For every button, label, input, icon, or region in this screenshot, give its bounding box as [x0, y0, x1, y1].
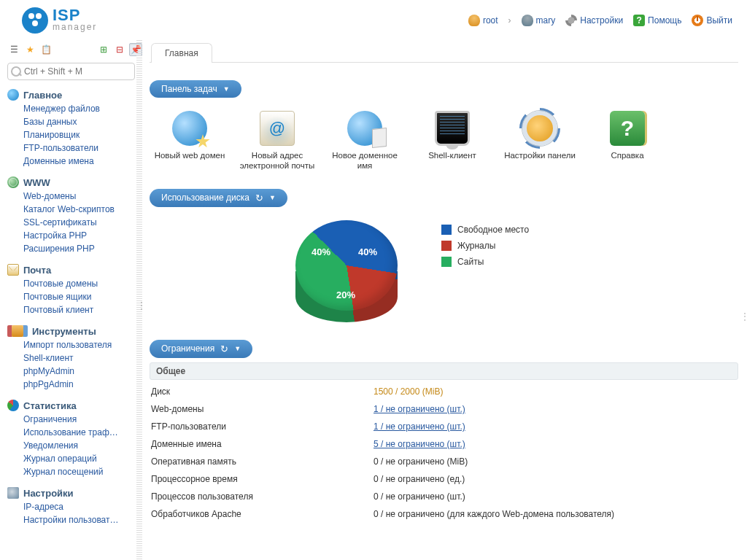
menu-item[interactable]: Журнал операций: [23, 452, 136, 465]
menu-item[interactable]: phpMyAdmin: [23, 365, 136, 378]
menu-head[interactable]: Главное: [7, 88, 142, 102]
mic-set-icon: [7, 487, 19, 499]
limits-key: Доменные имена: [151, 439, 374, 449]
menu-head-label: WWW: [23, 177, 50, 188]
refresh-icon[interactable]: ↻: [220, 343, 228, 354]
section-tasks: Панель задач ▼ Новый web доменНовый адре…: [150, 80, 738, 171]
breadcrumb-user[interactable]: mary: [522, 15, 556, 26]
menu-head[interactable]: Статистика: [7, 398, 142, 413]
menu-item[interactable]: Использование траф…: [23, 426, 136, 439]
topnav-help[interactable]: Помощь: [633, 15, 681, 26]
menu-item[interactable]: Web-домены: [23, 190, 136, 203]
menu-head-label: Инструменты: [32, 326, 96, 337]
search-input[interactable]: [7, 63, 135, 80]
tab-main[interactable]: Главная: [151, 43, 212, 63]
refresh-icon[interactable]: ↻: [255, 192, 263, 203]
sb-list-icon[interactable]: ☰: [7, 43, 20, 56]
quick-label: Настройки панели: [500, 150, 580, 160]
pie-chart: 40% 20% 40%: [295, 220, 398, 322]
menu-head-label: Почта: [23, 265, 51, 276]
topnav-help-label: Помощь: [648, 15, 681, 26]
quick-label: Новый web домен: [150, 150, 230, 160]
limits-row: Обработчиков Apache0 / не ограничено (дл…: [150, 505, 738, 523]
menu-head[interactable]: Почта: [7, 262, 142, 277]
menu-head-label: Статистика: [23, 400, 77, 411]
sb-expand-icon[interactable]: ⊞: [97, 43, 110, 56]
menu-item[interactable]: Настройка PHP: [23, 229, 136, 242]
main-content: Главная Панель задач ▼ Новый web доменНо…: [142, 40, 747, 560]
limits-value[interactable]: 5 / не ограничено (шт.): [374, 439, 465, 449]
quick-card[interactable]: Настройки панели: [500, 111, 580, 171]
limits-value[interactable]: 1 / не ограничено (шт.): [374, 421, 465, 432]
menu-item[interactable]: FTP-пользователи: [23, 141, 136, 155]
logo[interactable]: ISP manager: [22, 7, 97, 34]
menu-item[interactable]: Ограничения: [23, 413, 136, 426]
logo-icon: [22, 7, 48, 34]
menu-item[interactable]: Каталог Web-скриптов: [23, 203, 136, 216]
menu-item[interactable]: Базы данных: [23, 115, 136, 128]
topnav-exit[interactable]: Выйти: [692, 15, 732, 26]
topnav-settings[interactable]: Настройки: [565, 15, 623, 26]
sb-collapse-icon[interactable]: ⊟: [113, 43, 126, 56]
pie-label-sites: 40%: [311, 246, 330, 257]
quick-card[interactable]: Shell-клиент: [412, 111, 492, 171]
limits-value: 1500 / 2000 (MiB): [374, 386, 443, 397]
quick-card[interactable]: Новый адрес электронной почты: [237, 111, 317, 171]
qi-help-icon: [610, 111, 645, 146]
logo-title: ISP: [53, 8, 97, 23]
sidebar-search: [7, 63, 135, 80]
menu-head[interactable]: Инструменты: [7, 324, 142, 338]
sidebar-resize-handle[interactable]: [136, 40, 142, 560]
topnav-settings-label: Настройки: [580, 15, 623, 26]
menu-item[interactable]: Настройки пользоват…: [23, 513, 136, 526]
limits-row: Web-домены1 / не ограничено (шт.): [150, 400, 738, 418]
menu-item[interactable]: Доменные имена: [23, 155, 136, 168]
menu-item[interactable]: Shell-клиент: [23, 351, 136, 365]
sb-clipboard-icon[interactable]: 📋: [39, 43, 53, 56]
limits-subhead: Общее: [150, 362, 738, 380]
legend-item: Свободное место: [441, 225, 529, 235]
quick-card[interactable]: Новое доменное имя: [325, 111, 405, 171]
main-resize-handle[interactable]: [740, 62, 745, 560]
menu-item[interactable]: Расширения PHP: [23, 242, 136, 255]
mic-tools-icon: [12, 325, 23, 337]
menu-item[interactable]: Планировщик: [23, 128, 136, 141]
pie-label-logs: 20%: [336, 289, 355, 300]
section-tasks-header[interactable]: Панель задач ▼: [150, 80, 241, 98]
menu-item[interactable]: Журнал посещений: [23, 465, 136, 478]
menu-item[interactable]: Менеджер файлов: [23, 102, 136, 115]
limits-value[interactable]: 1 / не ограничено (шт.): [374, 404, 465, 414]
menu-item[interactable]: Уведомления: [23, 439, 136, 452]
root-icon: [468, 15, 480, 26]
menu-item[interactable]: IP-адреса: [23, 500, 136, 513]
section-limits-header[interactable]: Ограничения ↻ ▼: [150, 340, 252, 358]
mic-www-icon: [7, 176, 19, 188]
menu-item[interactable]: Почтовые домены: [23, 277, 136, 290]
limits-key: Оперативная память: [151, 456, 374, 467]
legend-label: Сайты: [457, 257, 484, 267]
menu-item[interactable]: phpPgAdmin: [23, 378, 136, 391]
quick-label: Новое доменное имя: [325, 150, 405, 171]
menu-item[interactable]: Почтовые ящики: [23, 290, 136, 303]
header: ISP manager root › mary Настройки Помощь…: [0, 0, 747, 40]
menu-head[interactable]: Настройки: [7, 486, 142, 500]
gear-icon: [565, 15, 577, 26]
quick-card[interactable]: Справка: [587, 111, 667, 171]
limits-key: Процессов пользователя: [151, 491, 374, 502]
pie-label-free: 40%: [358, 246, 377, 257]
legend-swatch: [441, 257, 452, 267]
exit-icon: [692, 15, 703, 26]
menu-item[interactable]: Импорт пользователя: [23, 338, 136, 351]
sidebar-toolbar: ☰ ★ 📋 ⊞ ⊟ 📌: [7, 40, 142, 59]
menu-item[interactable]: Почтовый клиент: [23, 303, 136, 316]
breadcrumb-root-label: root: [483, 15, 498, 26]
section-disk-header[interactable]: Использование диска ↻ ▼: [150, 189, 287, 207]
menu-head[interactable]: WWW: [7, 175, 142, 190]
menu-item[interactable]: SSL-сертификаты: [23, 216, 136, 229]
chart-legend: Свободное местоЖурналыСайты: [441, 220, 529, 267]
breadcrumb-root[interactable]: root: [468, 15, 498, 26]
top-nav: root › mary Настройки Помощь Выйти: [468, 15, 732, 26]
sb-star-icon[interactable]: ★: [23, 43, 36, 56]
quick-card[interactable]: Новый web домен: [150, 111, 230, 171]
limits-value: 0 / не ограничено (MiB): [374, 456, 468, 467]
